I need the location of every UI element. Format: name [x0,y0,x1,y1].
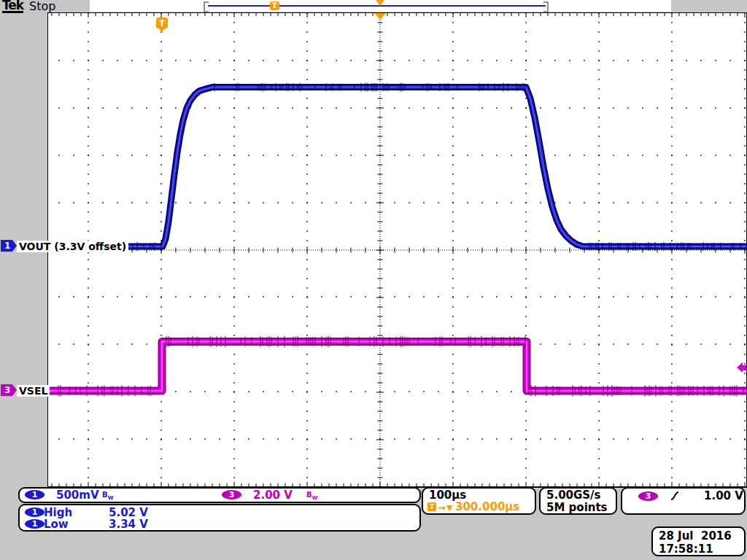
measurement-2-value: 3.34 V [109,519,148,530]
date-label: 28 Jul 2016 [659,529,732,542]
graticule: T [47,12,747,488]
measurement-1-value: 5.02 V [109,508,148,518]
delay-trigger-icon: T [427,502,436,511]
measurement-1-channel-badge: 1 [25,508,44,517]
acquisition-readout[interactable]: 5.00GS/s 5M points [539,487,617,515]
tek-logo: Tek [2,0,23,13]
channel-3-bandwidth-icon: BW [306,491,317,501]
sample-rate: 5.00GS/s [546,490,601,501]
datetime-readout: 28 Jul 2016 17:58:11 [651,526,746,556]
time-label: 17:58:11 [659,542,713,556]
trigger-level: 1.00 V [704,491,743,502]
oscilloscope-screen: Tek Stop T T 1 VOUT (3.3V offset) 3 VSEL… [0,0,747,560]
measurement-1-name: High [44,508,72,518]
timebase-scale: 100µs [429,490,466,501]
record-length: 5M points [546,502,608,513]
horizontal-scale-readout[interactable]: 100µs T → ▼ 300.000µs [422,487,536,515]
channel-1-bandwidth-icon: BW [102,491,113,501]
channel-3-waveform-label: VSEL [17,385,50,397]
delay-expansion-icon: ▼ [446,503,452,513]
rising-edge-icon [669,490,681,502]
channel-1-badge[interactable]: 1 [25,490,44,499]
record-view-right-bracket [543,1,549,12]
channel-3-scale: 2.00 V [253,490,293,501]
measurement-2-name: Low [44,519,69,530]
svg-text:T: T [159,18,166,28]
waveform-display: T [48,13,746,486]
trigger-readout[interactable]: 3 1.00 V [621,487,746,515]
expansion-point-icon [374,13,386,20]
channel-1-scale: 500mV [56,490,99,501]
channel-1-position-marker[interactable]: 1 [1,240,17,252]
delay-time: 300.000µs [455,502,519,513]
trigger-source-badge: 3 [638,491,658,501]
acquisition-status: Stop [29,0,55,12]
measurements-readout[interactable]: 1 High 5.02 V 1 Low 3.34 V [18,504,421,532]
record-view-trigger-icon[interactable]: T [270,1,279,10]
vertical-scale-readout[interactable]: 1 500mV BW 3 2.00 V BW [18,487,421,503]
measurement-2-channel-badge: 1 [25,519,44,529]
record-view-left-bracket [204,1,209,12]
channel-3-badge[interactable]: 3 [222,490,241,499]
delay-arrow-icon: → [438,502,446,513]
record-view-bar[interactable]: T [90,0,671,12]
channel-1-waveform-label: VOUT (3.3V offset) [17,241,128,252]
record-view-expansion-icon[interactable] [376,0,384,6]
channel-3-position-marker[interactable]: 3 [1,384,17,396]
